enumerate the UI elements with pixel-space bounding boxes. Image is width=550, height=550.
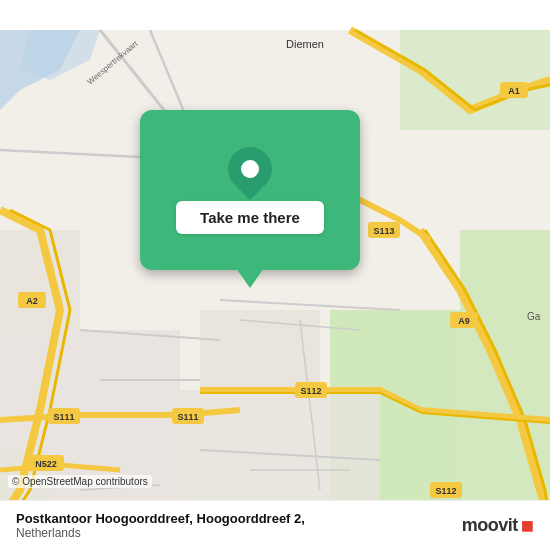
map-container: Weespertrekvaart A1 A2 A9 S113 S112 S112…: [0, 0, 550, 550]
moovit-text: moovit: [462, 515, 518, 536]
map-copyright: © OpenStreetMap contributors: [8, 475, 152, 488]
svg-rect-5: [0, 330, 180, 520]
svg-rect-4: [400, 30, 550, 130]
moovit-logo: moovit ■: [462, 513, 534, 539]
moovit-dot: ■: [521, 513, 534, 539]
address-line: Postkantoor Hoogoorddreef, Hoogoorddreef…: [16, 511, 305, 526]
country-line: Netherlands: [16, 526, 305, 540]
svg-text:A2: A2: [26, 296, 38, 306]
svg-text:A1: A1: [508, 86, 520, 96]
callout-bubble: Take me there: [140, 110, 360, 270]
svg-text:S113: S113: [373, 226, 394, 236]
svg-text:N522: N522: [35, 459, 57, 469]
svg-text:A9: A9: [458, 316, 470, 326]
take-me-there-button[interactable]: Take me there: [176, 201, 324, 234]
address-block: Postkantoor Hoogoorddreef, Hoogoorddreef…: [16, 511, 305, 540]
svg-text:Ga: Ga: [527, 311, 541, 322]
bottom-bar: Postkantoor Hoogoorddreef, Hoogoorddreef…: [0, 500, 550, 550]
svg-text:S112: S112: [435, 486, 456, 496]
svg-text:S111: S111: [177, 412, 198, 422]
svg-text:S111: S111: [53, 412, 74, 422]
location-pin-icon: [219, 137, 281, 199]
svg-text:S112: S112: [300, 386, 321, 396]
svg-text:Diemen: Diemen: [286, 38, 324, 50]
